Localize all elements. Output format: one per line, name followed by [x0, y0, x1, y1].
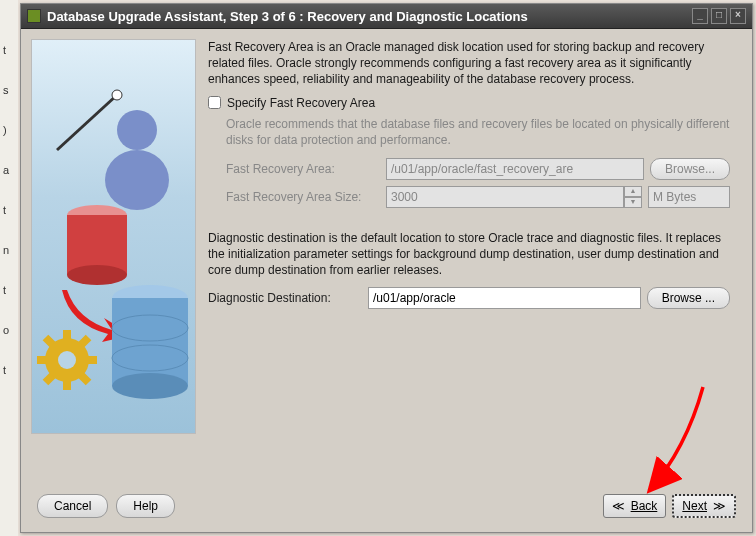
chevron-left-icon: ≪	[612, 499, 625, 513]
maximize-button[interactable]: □	[711, 8, 727, 24]
help-button[interactable]: Help	[116, 494, 175, 518]
fra-intro-text: Fast Recovery Area is an Oracle managed …	[208, 39, 730, 88]
specify-fra-label: Specify Fast Recovery Area	[227, 96, 375, 110]
close-button[interactable]: ×	[730, 8, 746, 24]
fra-path-label: Fast Recovery Area:	[226, 162, 386, 176]
spinner-up-icon: ▲	[624, 186, 642, 197]
svg-point-3	[105, 150, 169, 210]
fra-browse-button: Browse...	[650, 158, 730, 180]
fra-unit-select	[648, 186, 730, 208]
svg-point-6	[67, 265, 127, 285]
diag-intro-text: Diagnostic destination is the default lo…	[208, 230, 730, 279]
spinner-down-icon: ▼	[624, 197, 642, 208]
dialog-window: Database Upgrade Assistant, Step 3 of 6 …	[20, 3, 753, 533]
svg-point-13	[58, 351, 76, 369]
window-title: Database Upgrade Assistant, Step 3 of 6 …	[47, 9, 528, 24]
back-button[interactable]: ≪ Back	[603, 494, 667, 518]
app-icon	[27, 9, 41, 23]
fra-size-input	[386, 186, 624, 208]
next-button[interactable]: Next ≫	[672, 494, 736, 518]
fra-size-spinner: ▲ ▼	[624, 186, 642, 208]
titlebar[interactable]: Database Upgrade Assistant, Step 3 of 6 …	[21, 4, 752, 29]
fra-path-input	[386, 158, 644, 180]
fra-size-label: Fast Recovery Area Size:	[226, 190, 386, 204]
cancel-button[interactable]: Cancel	[37, 494, 108, 518]
wizard-footer: Cancel Help ≪ Back Next ≫	[21, 484, 752, 532]
svg-rect-14	[63, 330, 71, 340]
svg-point-1	[112, 90, 122, 100]
desktop-left-strip: t s ) a t n t o t	[0, 0, 18, 536]
chevron-right-icon: ≫	[713, 499, 726, 513]
svg-rect-16	[37, 356, 47, 364]
diag-dest-label: Diagnostic Destination:	[208, 291, 368, 305]
svg-point-9	[112, 373, 188, 399]
specify-fra-checkbox[interactable]	[208, 96, 221, 109]
fra-recommend-text: Oracle recommends that the database file…	[226, 116, 730, 148]
svg-line-0	[57, 95, 117, 150]
minimize-button[interactable]: _	[692, 8, 708, 24]
svg-point-2	[117, 110, 157, 150]
wizard-side-image	[31, 39, 196, 434]
svg-rect-8	[112, 298, 188, 386]
svg-rect-15	[63, 380, 71, 390]
diag-browse-button[interactable]: Browse ...	[647, 287, 730, 309]
diag-dest-input[interactable]	[368, 287, 641, 309]
svg-rect-17	[87, 356, 97, 364]
